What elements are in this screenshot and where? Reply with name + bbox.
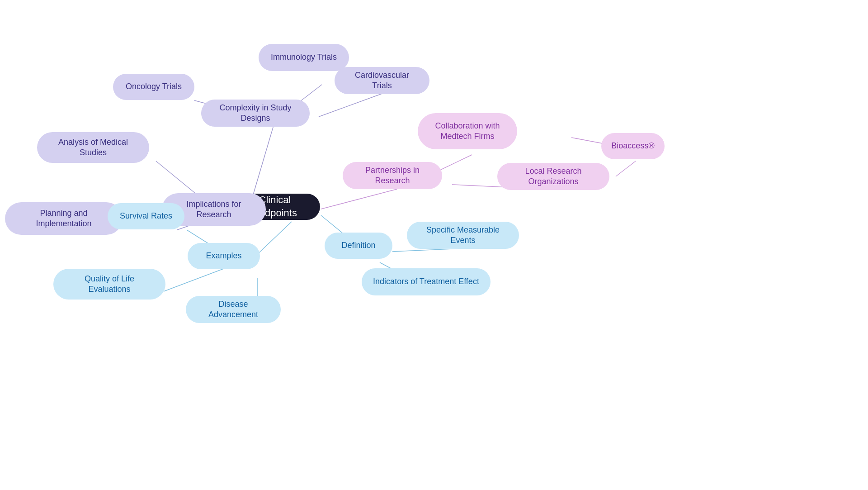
examples-node: Examples (188, 243, 260, 269)
svg-line-10 (616, 161, 636, 176)
disease-node: Disease Advancement (186, 296, 281, 323)
complexity-node: Complexity in Study Designs (201, 100, 310, 127)
planning-node: Planning and Implementation (5, 202, 123, 235)
svg-line-12 (255, 222, 292, 256)
definition-node: Definition (325, 233, 392, 259)
analysis-node: Analysis of Medical Studies (37, 132, 149, 163)
svg-line-6 (319, 94, 382, 117)
svg-line-14 (164, 267, 228, 291)
local-orgs-node: Local Research Organizations (497, 163, 609, 190)
bioaccess-node: Bioaccess® (601, 133, 665, 159)
svg-line-1 (251, 126, 274, 202)
oncology-node: Oncology Trials (113, 74, 194, 100)
quality-node: Quality of Life Evaluations (53, 269, 165, 300)
partnerships-node: Partnerships in Research (343, 162, 442, 189)
specific-node: Specific Measurable Events (407, 222, 519, 249)
indicators-node: Indicators of Treatment Effect (362, 268, 491, 295)
survival-node: Survival Rates (108, 203, 184, 229)
collaboration-node: Collaboration with Medtech Firms (418, 113, 517, 149)
immunology-node: Immunology Trials (259, 44, 349, 71)
cardiovascular-node: Cardiovascular Trials (335, 67, 429, 94)
svg-line-7 (321, 189, 397, 209)
